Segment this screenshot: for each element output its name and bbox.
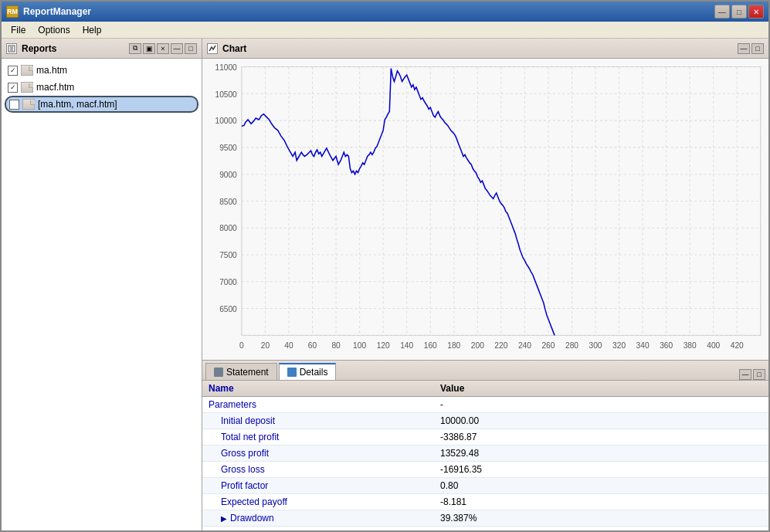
svg-text:380: 380 <box>684 341 697 350</box>
table-row: Gross loss-16916.35 <box>202 462 768 478</box>
cell-name: Initial deposit <box>202 413 434 429</box>
menu-help[interactable]: Help <box>76 23 108 37</box>
report-item-ma[interactable]: ✓ ma.htm <box>5 62 198 79</box>
details-tab-icon <box>287 368 297 377</box>
tab-details[interactable]: Details <box>279 363 337 380</box>
report-item-macf[interactable]: ✓ macf.htm <box>5 79 198 96</box>
reports-panel-icon-btn[interactable]: ▣ <box>143 43 155 54</box>
svg-text:140: 140 <box>400 341 413 350</box>
bottom-maximize-btn[interactable]: □ <box>753 369 765 380</box>
report-icon-ma <box>21 65 33 76</box>
chart-panel-icon <box>207 43 218 54</box>
menu-file[interactable]: File <box>5 23 32 37</box>
title-bar-left: RM ReportManager <box>6 5 91 18</box>
report-label-ma: ma.htm <box>36 65 67 76</box>
svg-text:6500: 6500 <box>219 305 237 313</box>
svg-text:220: 220 <box>494 341 507 350</box>
report-icon-macf <box>21 82 33 93</box>
cell-name: Parameters <box>202 397 434 413</box>
reports-panel-controls: ⧉ ▣ × — □ <box>129 43 197 54</box>
svg-text:300: 300 <box>589 341 602 350</box>
cell-value: 13529.48 <box>434 446 706 462</box>
svg-text:40: 40 <box>284 341 293 350</box>
cell-extra <box>706 510 768 527</box>
cell-value: -16916.35 <box>434 462 706 478</box>
data-table: Name Value Parameters-Initial deposit100… <box>202 381 768 527</box>
right-panel: Chart — □ <box>202 39 768 530</box>
table-body: Parameters-Initial deposit10000.00Total … <box>202 397 768 527</box>
title-bar: RM ReportManager — □ ✕ <box>2 2 768 22</box>
report-checkbox-macf[interactable]: ✓ <box>8 83 18 93</box>
cell-name: ▶ Drawdown <box>202 510 434 527</box>
tab-details-label: Details <box>300 367 328 378</box>
svg-text:240: 240 <box>518 341 531 350</box>
svg-text:420: 420 <box>731 341 744 350</box>
svg-text:10000: 10000 <box>215 117 237 125</box>
expand-arrow-icon[interactable]: ▶ <box>221 514 227 523</box>
reports-panel-close-btn[interactable]: × <box>157 43 169 54</box>
chart-panel-header: Chart — □ <box>202 39 768 59</box>
chart-svg: 11000 10500 10000 9500 9000 8500 8000 75… <box>202 59 768 360</box>
maximize-button[interactable]: □ <box>731 5 747 19</box>
svg-text:10500: 10500 <box>215 90 237 98</box>
svg-text:7500: 7500 <box>219 251 237 259</box>
reports-list: ✓ ma.htm ✓ macf.htm [ma.htm, macf.htm] <box>2 59 202 530</box>
report-item-combo[interactable]: [ma.htm, macf.htm] <box>5 96 198 113</box>
cell-extra <box>706 413 768 429</box>
chart-panel-controls: — □ <box>738 43 764 54</box>
cell-value: -8.181 <box>434 494 706 510</box>
table-row: Gross profit13529.48 <box>202 446 768 462</box>
svg-text:9500: 9500 <box>219 144 237 152</box>
svg-text:320: 320 <box>612 341 626 350</box>
tab-statement[interactable]: Statement <box>205 363 277 380</box>
reports-panel-restore-btn[interactable]: ⧉ <box>129 43 141 54</box>
svg-text:11000: 11000 <box>215 63 237 72</box>
close-button[interactable]: ✕ <box>748 5 764 19</box>
cell-extra <box>706 429 768 446</box>
window-controls: — □ ✕ <box>714 5 764 19</box>
cell-name: Gross profit <box>202 446 434 462</box>
svg-text:360: 360 <box>660 341 673 350</box>
svg-text:100: 100 <box>353 341 366 350</box>
svg-text:8500: 8500 <box>219 198 237 206</box>
svg-text:9000: 9000 <box>219 171 237 179</box>
svg-text:180: 180 <box>447 341 460 350</box>
tabs-bar: Statement Details — □ <box>202 361 768 381</box>
menu-options[interactable]: Options <box>32 23 76 37</box>
cell-name: Expected payoff <box>202 494 434 510</box>
window-title: ReportManager <box>23 6 91 17</box>
app-icon: RM <box>6 5 19 18</box>
bottom-panel: Statement Details — □ N <box>202 361 768 530</box>
reports-panel-header: Reports ⧉ ▣ × — □ <box>2 39 202 59</box>
svg-text:400: 400 <box>707 341 720 350</box>
svg-text:160: 160 <box>424 341 437 350</box>
chart-area: 11000 10500 10000 9500 9000 8500 8000 75… <box>202 59 768 360</box>
reports-panel-minimize-btn[interactable]: — <box>171 43 183 54</box>
table-row: Expected payoff-8.181 <box>202 494 768 510</box>
table-row: Profit factor0.80 <box>202 478 768 494</box>
main-window: RM ReportManager — □ ✕ File Options Help… <box>0 0 770 532</box>
svg-text:80: 80 <box>331 341 341 350</box>
cell-extra <box>706 397 768 413</box>
cell-extra <box>706 494 768 510</box>
table-row: Parameters- <box>202 397 768 413</box>
cell-value: 0.80 <box>434 478 706 494</box>
chart-maximize-btn[interactable]: □ <box>751 43 764 54</box>
cell-name: Total net profit <box>202 429 434 446</box>
reports-panel-maximize-btn[interactable]: □ <box>185 43 197 54</box>
menu-bar: File Options Help <box>2 22 768 39</box>
bottom-minimize-btn[interactable]: — <box>739 369 751 380</box>
svg-text:260: 260 <box>541 341 555 350</box>
reports-panel: Reports ⧉ ▣ × — □ ✓ ma.htm ✓ <box>2 39 202 530</box>
svg-text:200: 200 <box>471 341 484 350</box>
minimize-button[interactable]: — <box>714 5 730 19</box>
svg-text:340: 340 <box>636 341 650 350</box>
svg-text:8000: 8000 <box>219 224 237 232</box>
report-checkbox-ma[interactable]: ✓ <box>8 66 18 76</box>
chart-minimize-btn[interactable]: — <box>738 43 750 54</box>
svg-text:60: 60 <box>308 341 317 350</box>
report-checkbox-combo[interactable] <box>9 100 19 110</box>
cell-value: 10000.00 <box>434 413 706 429</box>
table-row: ▶ Drawdown39.387% <box>202 510 768 527</box>
table-row: Initial deposit10000.00 <box>202 413 768 429</box>
